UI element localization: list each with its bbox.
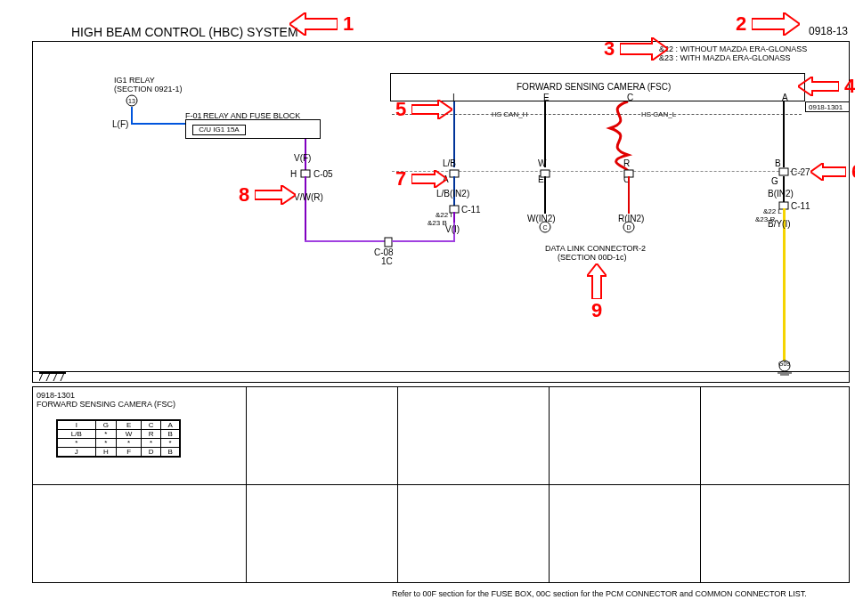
wire-byi [783, 208, 786, 361]
connector-drawing: IGECA L/B*WRB ***** JHFDB [56, 419, 181, 458]
callout-8: 8 [233, 183, 296, 207]
wire-lf-label: L(F) [112, 119, 128, 129]
svg-text:C: C [542, 224, 547, 231]
fuse-inner: C/U IG1 15A [192, 125, 246, 135]
wire-to-c08 [305, 240, 385, 242]
conn-c11-left: C-11 [461, 205, 481, 215]
dlc-pin-c-icon: C [539, 221, 551, 233]
arrow-left-icon [810, 163, 846, 181]
wire-vwr [305, 176, 306, 240]
dlc-pin-d-icon: D [623, 221, 635, 233]
svg-line-20 [53, 373, 57, 381]
conn-c27: C-27 [791, 167, 810, 177]
callout-5: 5 [390, 98, 452, 121]
arrow-right-icon [411, 170, 447, 188]
wire-win2 [544, 176, 546, 214]
wiring-diagram-page: HIGH BEAM CONTROL (HBC) SYSTEM 0918-13 &… [0, 0, 855, 616]
wire-lb [453, 101, 455, 167]
arrow-right-icon [255, 185, 296, 205]
note-line-1: &22 : WITHOUT MAZDA ERA-GLONASS [659, 45, 807, 53]
wire-bin2-label: B(IN2) [768, 189, 794, 199]
arrow-up-icon [587, 263, 607, 299]
conn-c11-right: C-11 [791, 201, 810, 211]
svg-text:13: 13 [128, 98, 135, 104]
callout-1: 1 [289, 12, 359, 36]
wire-vf-label: V(F) [294, 153, 311, 163]
conn-c08-icon [384, 237, 393, 247]
wire-r-label: R [623, 158, 630, 168]
footer-text: Refer to 00F section for the FUSE BOX, 0… [392, 589, 807, 598]
arrow-left-icon [798, 77, 839, 96]
chassis-ground-icon [39, 372, 66, 385]
ig1-relay-section: (SECTION 0921-1) [114, 85, 183, 93]
page-title: HIGH BEAM CONTROL (HBC) SYSTEM [71, 25, 298, 39]
conn-title-id: 0918-1301 [37, 391, 242, 400]
wire-vi-label: V(I) [445, 224, 460, 234]
fsc-title: FORWARD SENSING CAMERA (FSC) [517, 82, 671, 92]
wire-lf [131, 107, 133, 123]
callout-2: 2 [730, 12, 800, 36]
wire-c08-right [392, 240, 454, 242]
svg-text:D: D [626, 224, 631, 231]
wire-w [544, 101, 546, 167]
dlc2-label: DATA LINK CONNECTOR-2 [545, 244, 646, 253]
ig1-relay-label: IG1 RELAY [114, 76, 155, 85]
callout-3: 3 [598, 37, 668, 61]
wire-byi-label: B/Y(I) [768, 219, 791, 229]
wire-b [783, 101, 785, 167]
svg-line-18 [39, 373, 43, 381]
conn-c05: C-05 [314, 169, 333, 179]
note-line-2: &23 : WITH MAZDA ERA-GLONASS [659, 53, 791, 62]
source-node-icon: 13 [125, 93, 139, 108]
fuse-text: C/U IG1 15A [199, 126, 239, 134]
conn-c27-icon [778, 167, 789, 176]
wire-rin2 [628, 176, 630, 214]
arrow-right-icon [752, 12, 800, 36]
wire-vi [453, 212, 455, 223]
svg-line-19 [46, 373, 50, 381]
ground-rail [32, 371, 850, 372]
svg-rect-12 [779, 168, 788, 175]
wire-lf-h [131, 123, 186, 125]
callout-6: 6 [810, 160, 855, 183]
callout-9: 9 [586, 263, 607, 322]
bottom-grid: 0918-1301 FORWARD SENSING CAMERA (FSC) I… [32, 386, 850, 583]
wire-vwr-label: V/W(R) [294, 192, 323, 202]
fsc-conn-id: 0918-1301 [809, 103, 843, 111]
conn-title-name: FORWARD SENSING CAMERA (FSC) [37, 400, 242, 409]
dlc2-section: (SECTION 00D-1c) [558, 253, 627, 262]
svg-line-21 [61, 373, 64, 381]
wire-w-label: W [538, 158, 546, 168]
ground-label: G09 [778, 361, 790, 367]
pin-h: H [290, 169, 297, 179]
callout-4: 4 [798, 75, 855, 98]
arrow-right-icon [411, 100, 452, 119]
conn-c08-pin: 1C [381, 256, 393, 266]
sheet-id: 0918-13 [809, 25, 848, 37]
callout-7: 7 [390, 167, 447, 190]
arrow-right-icon [620, 37, 668, 61]
arrow-left-icon [289, 12, 338, 36]
pin-g: G [771, 176, 778, 186]
svg-rect-3 [385, 238, 392, 247]
